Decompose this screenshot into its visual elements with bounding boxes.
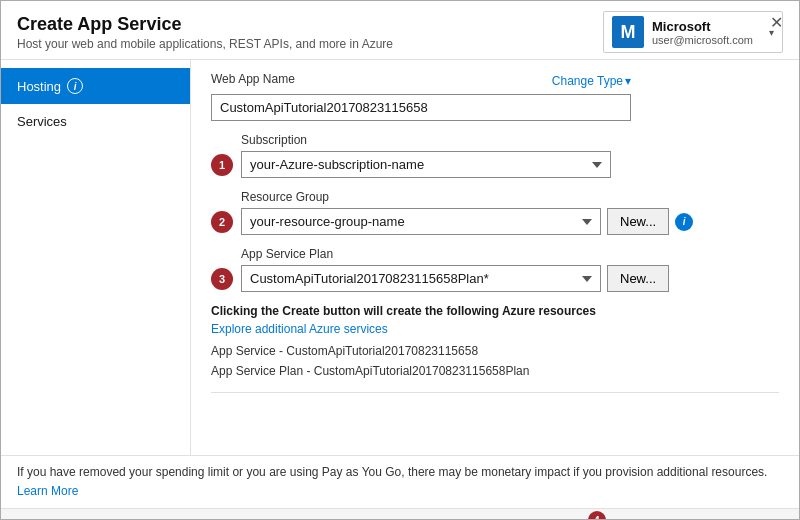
subscription-label-row: Subscription [211, 133, 779, 147]
resource-group-new-button[interactable]: New... [607, 208, 669, 235]
resource-group-label: Resource Group [241, 190, 779, 204]
resource-group-select[interactable]: your-resource-group-name [241, 208, 601, 235]
account-info: Microsoft user@microsoft.com [652, 19, 753, 46]
resource-item-2: App Service Plan - CustomApiTutorial2017… [211, 364, 779, 378]
warning-text: If you have removed your spending limit … [17, 465, 767, 479]
change-type-chevron-icon: ▾ [625, 74, 631, 88]
form-area: Web App Name Change Type ▾ Subscription … [191, 60, 799, 455]
dialog-title: Create App Service [17, 14, 393, 35]
web-app-name-header: Web App Name Change Type ▾ [211, 72, 631, 90]
main-content: Hosting i Services Web App Name Change T… [1, 60, 799, 455]
step-badge-4: 4 [588, 511, 606, 520]
title-bar: Create App Service Host your web and mob… [1, 1, 799, 60]
sidebar-item-hosting[interactable]: Hosting i [1, 68, 190, 104]
app-service-plan-new-button[interactable]: New... [607, 265, 669, 292]
change-type-link[interactable]: Change Type ▾ [552, 74, 631, 88]
step-badge-2: 2 [211, 211, 233, 233]
subscription-label: Subscription [241, 133, 779, 147]
subscription-row: 1 your-Azure-subscription-name [211, 151, 779, 178]
subscription-select[interactable]: your-Azure-subscription-name [241, 151, 611, 178]
account-name: Microsoft [652, 19, 753, 34]
app-service-plan-label-row: App Service Plan [211, 247, 779, 261]
app-service-plan-row: 3 CustomApiTutorial20170823115658Plan* N… [211, 265, 779, 292]
learn-more-link[interactable]: Learn More [17, 483, 78, 500]
title-block: Create App Service Host your web and mob… [17, 14, 393, 51]
change-type-label: Change Type [552, 74, 623, 88]
info-section: Clicking the Create button will create t… [211, 304, 779, 393]
web-app-name-input[interactable] [211, 94, 631, 121]
footer: Export... 4 Create Cancel Skip [1, 508, 799, 520]
sidebar-item-services[interactable]: Services [1, 104, 190, 139]
web-app-name-row: Web App Name Change Type ▾ [211, 72, 779, 121]
resource-group-info-icon[interactable]: i [675, 213, 693, 231]
warning-bar: If you have removed your spending limit … [1, 455, 799, 508]
close-button[interactable]: ✕ [764, 11, 789, 34]
account-avatar: M [612, 16, 644, 48]
step-badge-3: 3 [211, 268, 233, 290]
account-email: user@microsoft.com [652, 34, 753, 46]
services-label: Services [17, 114, 67, 129]
app-service-plan-select[interactable]: CustomApiTutorial20170823115658Plan* [241, 265, 601, 292]
hosting-info-icon[interactable]: i [67, 78, 83, 94]
hosting-label: Hosting [17, 79, 61, 94]
app-service-plan-label: App Service Plan [241, 247, 779, 261]
resource-group-controls: your-resource-group-name New... i [241, 208, 779, 235]
account-block[interactable]: M Microsoft user@microsoft.com ▾ [603, 11, 783, 53]
sidebar: Hosting i Services [1, 60, 191, 455]
avatar-letter: M [621, 22, 636, 43]
app-service-plan-controls: CustomApiTutorial20170823115658Plan* New… [241, 265, 779, 292]
info-section-title: Clicking the Create button will create t… [211, 304, 779, 318]
resource-group-label-row: Resource Group [211, 190, 779, 204]
resource-group-row: 2 your-resource-group-name New... i [211, 208, 779, 235]
step-badge-1: 1 [211, 154, 233, 176]
explore-link[interactable]: Explore additional Azure services [211, 322, 779, 336]
resource-item-1: App Service - CustomApiTutorial201708231… [211, 344, 779, 358]
dialog-subtitle: Host your web and mobile applications, R… [17, 37, 393, 51]
web-app-name-label: Web App Name [211, 72, 295, 86]
